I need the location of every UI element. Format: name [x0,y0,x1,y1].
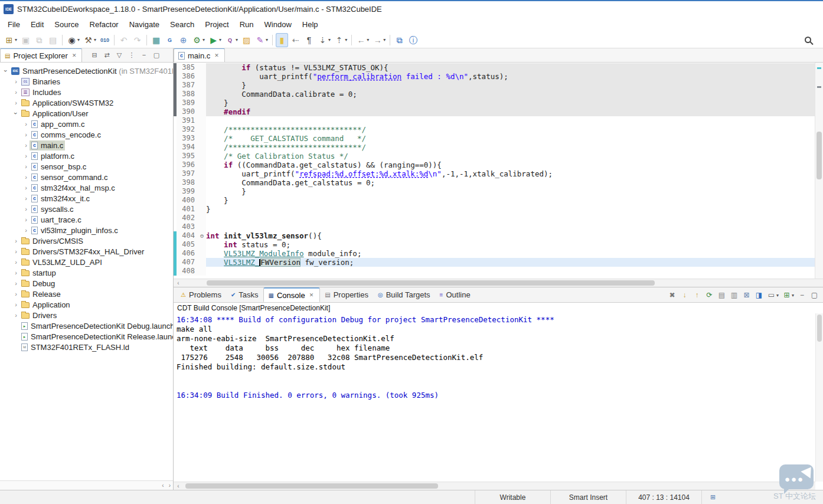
minimize-panel-icon[interactable]: − [796,288,808,302]
expander-icon[interactable]: › [22,227,30,234]
scroll-up-icon[interactable]: ↑ [691,288,703,302]
expander-icon[interactable]: › [12,99,19,106]
tree-item[interactable]: ▸SmartPresenceDetectionKit Debug.launch [0,320,173,331]
print-icon[interactable]: ▤ [47,33,59,47]
expander-icon[interactable]: › [22,142,30,149]
tab-main-c[interactable]: c main.c ✕ [174,48,225,62]
show-whitespace-icon[interactable]: ¶ [303,33,315,47]
console-hscrollbar[interactable]: ‹ [174,482,815,490]
save-all-icon[interactable]: ⧉ [33,33,45,47]
code-line[interactable]: 387 } [174,81,815,90]
tree-item[interactable]: ›cplatform.c [0,150,173,161]
hscroll-thumb[interactable] [207,280,655,286]
pin-console-icon[interactable]: ◨ [753,288,765,302]
code-line[interactable]: 386 uart_printf("perform_calibration fai… [174,72,815,81]
code-line[interactable]: 393 /* GET_CALSTATUS command */ [174,134,815,143]
expander-icon[interactable]: › [12,269,19,276]
expander-icon[interactable]: › [12,258,19,266]
tree-item[interactable]: ›cstm32f4xx_hal_msp.c [0,182,173,193]
tree-item[interactable]: ›Application/SW4STM32 [0,97,173,108]
console-view[interactable]: 16:34:08 **** Build of configuration Deb… [174,313,823,490]
code-line[interactable]: 385 if (status != VL53LMZ_STATUS_OK){ [174,63,815,72]
tree-item[interactable]: ›cmain.c [0,140,173,150]
hscroll-thumb[interactable] [185,483,438,489]
tree-item[interactable]: ›Drivers/CMSIS [0,235,173,246]
tab-tasks[interactable]: ✔Tasks [226,287,263,302]
run-icon[interactable]: ▶▾ [207,33,223,47]
expander-icon[interactable]: › [22,195,30,202]
scroll-left-icon[interactable]: ‹ [174,483,183,489]
menu-project[interactable]: Project [200,18,234,31]
tree-item[interactable]: ›Application [0,299,173,310]
expander-icon[interactable]: › [2,67,9,74]
information-icon[interactable]: ⓘ [407,33,419,47]
previous-annotation-icon[interactable]: ⇡▾ [333,33,348,47]
menu-edit[interactable]: Edit [25,18,49,31]
save-icon[interactable]: ▣ [19,33,32,47]
code-line[interactable]: 400 } [174,196,815,205]
expander-icon[interactable]: › [12,78,19,85]
generate-code-icon[interactable]: G [164,33,176,47]
scroll-down-icon[interactable]: ↓ [679,288,690,302]
tree-item[interactable]: ▸SmartPresenceDetectionKit Release.launc… [0,331,173,342]
minimized-view-icon[interactable]: ⊞ [701,490,724,504]
code-line[interactable]: 397 uart_printf("refspad:%d,offset:%d,xt… [174,169,815,178]
tree-item[interactable]: ›IDESmartPresenceDetectionKit (in STM32F… [0,66,173,76]
code-line[interactable]: 392 /******************************/ [174,125,815,134]
editor-hscrollbar[interactable]: ‹ [174,279,823,287]
code-editor[interactable]: 385 if (status != VL53LMZ_STATUS_OK){386… [174,63,823,279]
expander-icon[interactable]: › [22,205,30,212]
next-annotation-icon[interactable]: ⇣▾ [316,33,332,47]
close-icon[interactable]: ✕ [71,52,78,59]
explorer-hscroll[interactable]: ‹ › [0,480,173,490]
tree-item[interactable]: ›Application/User [0,108,173,119]
code-line[interactable]: 403 [174,222,815,231]
link-with-editor-icon[interactable]: ⇄ [101,49,112,61]
code-line[interactable]: 390 #endif [174,107,815,116]
menu-source[interactable]: Source [49,18,84,31]
code-line[interactable]: 401} [174,205,815,214]
tree-item[interactable]: ›Release [0,289,173,299]
code-line[interactable]: 405 int status = 0; [174,240,815,249]
last-edit-location-icon[interactable]: ⇠ [289,33,302,47]
minimize-view-icon[interactable]: − [138,49,149,61]
mark-occurrences-icon[interactable]: ▮ [276,33,288,47]
new-icon[interactable]: ⊞▾ [3,33,18,47]
menu-file[interactable]: File [2,18,25,31]
tree-item[interactable]: ›startup [0,267,173,278]
project-tree[interactable]: ›IDESmartPresenceDetectionKit (in STM32F… [0,63,173,480]
undo-icon[interactable]: ↶ [117,33,130,47]
maximize-view-icon[interactable]: ▢ [151,49,162,61]
hscroll-track[interactable] [183,482,815,490]
redo-icon[interactable]: ↷ [131,33,143,47]
expander-icon[interactable]: › [12,312,19,319]
tree-item[interactable]: ›csensor_command.c [0,172,173,182]
vscroll-thumb[interactable] [817,315,822,342]
expander-icon[interactable]: › [22,174,30,181]
relaunch-icon[interactable]: ⟳ [704,288,715,302]
expander-icon[interactable]: › [12,301,19,308]
menu-navigate[interactable]: Navigate [124,18,165,31]
profile-icon[interactable]: Q▾ [224,33,239,47]
expander-icon[interactable]: › [22,163,30,170]
menu-run[interactable]: Run [234,18,259,31]
expander-icon[interactable]: › [12,237,19,244]
expander-icon[interactable]: › [22,152,30,159]
editor-vscrollbar[interactable] [815,63,823,279]
tab-build-targets[interactable]: ◎Build Targets [373,287,435,302]
tab-outline[interactable]: ≡Outline [435,287,475,302]
tree-item[interactable]: ›cvl53lmz_plugin_infos.c [0,225,173,235]
scroll-left-icon[interactable]: ‹ [162,482,164,489]
tree-item[interactable]: ldSTM32F401RETx_FLASH.ld [0,342,173,352]
build-analyzer-icon[interactable]: ⧉ [393,33,406,47]
tree-item[interactable]: ›ccomms_encode.c [0,129,173,140]
tree-item[interactable]: ›Drivers/STM32F4xx_HAL_Driver [0,246,173,257]
expander-icon[interactable]: › [12,248,19,255]
overview-change-mark[interactable] [817,67,821,69]
external-tools-icon[interactable]: ⚙▾ [191,33,206,47]
new-source-icon[interactable]: ⊕ [177,33,190,47]
scroll-lock-icon[interactable]: ▥ [729,288,740,302]
overview-inactive-mark[interactable] [817,86,821,88]
tree-item[interactable]: ›csyscalls.c [0,204,173,214]
build-icon[interactable]: ⚒▾ [82,33,97,47]
